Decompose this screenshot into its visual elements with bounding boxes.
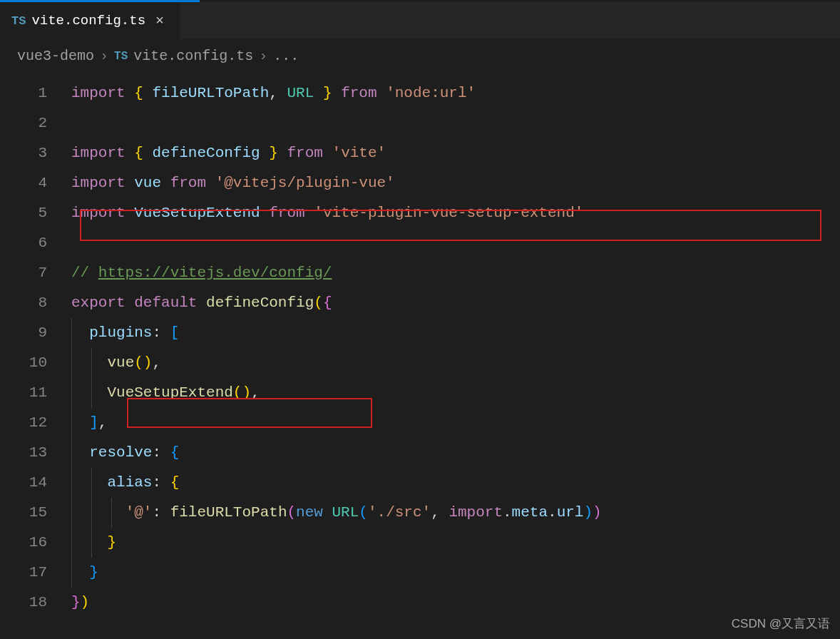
code-line[interactable]: import VueSetupExtend from 'vite-plugin-… [71, 198, 840, 228]
typescript-icon: TS [114, 50, 128, 63]
code-line[interactable]: import vue from '@vitejs/plugin-vue' [71, 168, 840, 198]
line-number: 10 [0, 348, 47, 378]
tab-filename: vite.config.ts [31, 13, 145, 29]
line-number: 2 [0, 108, 47, 138]
line-number: 6 [0, 228, 47, 258]
line-number: 17 [0, 558, 47, 588]
line-number: 15 [0, 498, 47, 528]
line-number: 16 [0, 528, 47, 558]
code-line[interactable]: VueSetupExtend(), [71, 378, 840, 408]
code-line[interactable]: resolve: { [71, 438, 840, 468]
code-line[interactable] [71, 108, 840, 138]
code-editor[interactable]: 1 2 3 4 5 6 7 8 9 10 11 12 13 14 15 16 1… [0, 73, 840, 618]
code-line[interactable]: }) [71, 588, 840, 618]
breadcrumb-project[interactable]: vue3-demo [17, 48, 94, 64]
line-number: 11 [0, 378, 47, 408]
line-number: 18 [0, 588, 47, 618]
code-line[interactable]: ], [71, 408, 840, 438]
code-line[interactable]: alias: { [71, 468, 840, 498]
line-number: 3 [0, 138, 47, 168]
code-line[interactable]: import { fileURLToPath, URL } from 'node… [71, 78, 840, 108]
line-number: 1 [0, 78, 47, 108]
chevron-right-icon: › [259, 48, 267, 64]
code-line[interactable]: vue(), [71, 348, 840, 378]
line-number: 14 [0, 468, 47, 498]
close-icon[interactable]: × [151, 11, 168, 31]
line-number: 5 [0, 198, 47, 228]
code-line[interactable]: export default defineConfig({ [71, 288, 840, 318]
breadcrumb-symbol[interactable]: ... [273, 48, 299, 64]
line-number: 9 [0, 318, 47, 348]
code-line[interactable] [71, 228, 840, 258]
line-number: 13 [0, 438, 47, 468]
code-content[interactable]: import { fileURLToPath, URL } from 'node… [71, 78, 840, 618]
line-number: 7 [0, 258, 47, 288]
tab-bar: TS vite.config.ts × [0, 2, 840, 39]
breadcrumb[interactable]: vue3-demo › TS vite.config.ts › ... [0, 39, 840, 73]
chevron-right-icon: › [100, 48, 108, 64]
tab-vite-config[interactable]: TS vite.config.ts × [0, 2, 180, 39]
code-line[interactable]: // https://vitejs.dev/config/ [71, 258, 840, 288]
code-line[interactable]: '@': fileURLToPath(new URL('./src', impo… [71, 498, 840, 528]
line-number: 12 [0, 408, 47, 438]
line-number: 8 [0, 288, 47, 318]
line-number: 4 [0, 168, 47, 198]
code-line[interactable]: } [71, 528, 840, 558]
breadcrumb-file[interactable]: vite.config.ts [133, 48, 253, 64]
typescript-icon: TS [11, 14, 26, 28]
watermark: CSDN @又言又语 [732, 615, 830, 632]
code-line[interactable]: plugins: [ [71, 318, 840, 348]
code-line[interactable]: import { defineConfig } from 'vite' [71, 138, 840, 168]
code-line[interactable]: } [71, 558, 840, 588]
line-number-gutter: 1 2 3 4 5 6 7 8 9 10 11 12 13 14 15 16 1… [0, 78, 71, 618]
